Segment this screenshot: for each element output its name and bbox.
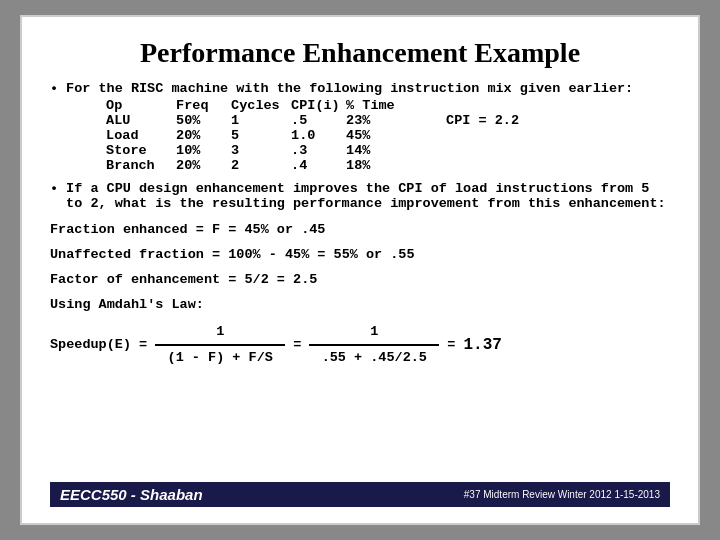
bullet1-icon: • <box>50 81 58 175</box>
cpi-note: CPI = 2.2 <box>446 113 670 128</box>
col-pct-header: % Time <box>346 98 406 113</box>
col-freq-header: Freq <box>176 98 231 113</box>
bullet2-section: • If a CPU design enhancement improves t… <box>50 181 670 211</box>
fraction2-numerator: 1 <box>309 321 439 344</box>
table-row-store: Store 10% 3 .3 14% <box>106 143 670 158</box>
formula2: Unaffected fraction = 100% - 45% = 55% o… <box>50 244 670 267</box>
content-area: • For the RISC machine with the followin… <box>50 81 670 476</box>
table-row-load: Load 20% 5 1.0 45% <box>106 128 670 143</box>
fraction2-denominator: .55 + .45/2.5 <box>309 344 439 370</box>
speedup-result: 1.37 <box>463 332 501 359</box>
eq1: = <box>293 334 301 357</box>
bullet2-text: If a CPU design enhancement improves the… <box>66 181 666 211</box>
fraction1: 1 (1 - F) + F/S <box>155 321 285 370</box>
footer-bar: EECC550 - Shaaban #37 Midterm Review Win… <box>50 482 670 507</box>
fraction1-denominator: (1 - F) + F/S <box>155 344 285 370</box>
formula3: Factor of enhancement = 5/2 = 2.5 <box>50 269 670 292</box>
eq2: = <box>447 334 455 357</box>
fraction1-numerator: 1 <box>155 321 285 344</box>
bullet1-text: For the RISC machine with the following … <box>66 81 633 96</box>
bullet2-icon: • <box>50 181 58 211</box>
footer-brand: EECC550 - Shaaban <box>60 486 203 503</box>
slide-title: Performance Enhancement Example <box>50 37 670 69</box>
formulas-section: Fraction enhanced = F = 45% or .45 Unaff… <box>50 219 670 370</box>
formula1: Fraction enhanced = F = 45% or .45 <box>50 219 670 242</box>
table-row-alu: ALU 50% 1 .5 23% CPI = 2.2 <box>106 113 670 128</box>
col-cycles-header: Cycles <box>231 98 291 113</box>
bullet1-content: For the RISC machine with the following … <box>66 81 670 175</box>
col-cpi-header: CPI(i) <box>291 98 346 113</box>
footer-info: #37 Midterm Review Winter 2012 1-15-2013 <box>464 489 660 500</box>
bullet2-content: If a CPU design enhancement improves the… <box>66 181 670 211</box>
bullet1-section: • For the RISC machine with the followin… <box>50 81 670 175</box>
col-op-header: Op <box>106 98 176 113</box>
table-row-branch: Branch 20% 2 .4 18% <box>106 158 670 173</box>
speedup-label: Speedup(E) = <box>50 334 147 357</box>
slide: Performance Enhancement Example • For th… <box>20 15 700 525</box>
fraction2: 1 .55 + .45/2.5 <box>309 321 439 370</box>
table-header-row: Op Freq Cycles CPI(i) % Time <box>106 98 670 113</box>
speedup-section: Speedup(E) = 1 (1 - F) + F/S = 1 .55 + .… <box>50 321 670 370</box>
formula4: Using Amdahl's Law: <box>50 294 670 317</box>
instruction-table: Op Freq Cycles CPI(i) % Time ALU 50% 1 .… <box>106 98 670 173</box>
